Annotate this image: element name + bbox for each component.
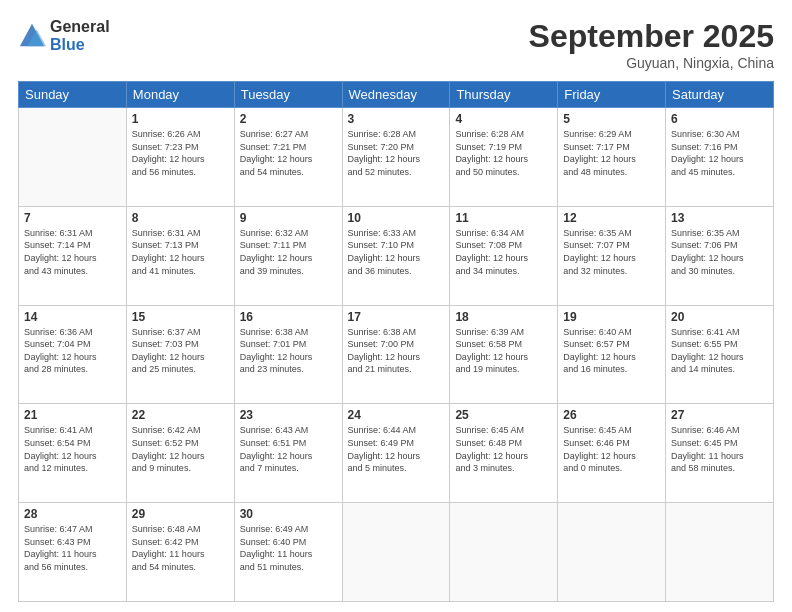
day-number: 18 <box>455 310 552 324</box>
day-info: Sunrise: 6:35 AM Sunset: 7:07 PM Dayligh… <box>563 227 660 277</box>
calendar-week-row: 14Sunrise: 6:36 AM Sunset: 7:04 PM Dayli… <box>19 305 774 404</box>
calendar-cell: 1Sunrise: 6:26 AM Sunset: 7:23 PM Daylig… <box>126 108 234 207</box>
calendar-cell: 23Sunrise: 6:43 AM Sunset: 6:51 PM Dayli… <box>234 404 342 503</box>
day-number: 26 <box>563 408 660 422</box>
calendar-cell: 6Sunrise: 6:30 AM Sunset: 7:16 PM Daylig… <box>666 108 774 207</box>
calendar-cell: 2Sunrise: 6:27 AM Sunset: 7:21 PM Daylig… <box>234 108 342 207</box>
day-number: 17 <box>348 310 445 324</box>
day-number: 12 <box>563 211 660 225</box>
calendar-cell: 21Sunrise: 6:41 AM Sunset: 6:54 PM Dayli… <box>19 404 127 503</box>
calendar-cell: 24Sunrise: 6:44 AM Sunset: 6:49 PM Dayli… <box>342 404 450 503</box>
day-info: Sunrise: 6:39 AM Sunset: 6:58 PM Dayligh… <box>455 326 552 376</box>
day-info: Sunrise: 6:34 AM Sunset: 7:08 PM Dayligh… <box>455 227 552 277</box>
day-number: 3 <box>348 112 445 126</box>
calendar-week-row: 7Sunrise: 6:31 AM Sunset: 7:14 PM Daylig… <box>19 206 774 305</box>
calendar-cell: 22Sunrise: 6:42 AM Sunset: 6:52 PM Dayli… <box>126 404 234 503</box>
day-number: 16 <box>240 310 337 324</box>
day-info: Sunrise: 6:30 AM Sunset: 7:16 PM Dayligh… <box>671 128 768 178</box>
title-block: September 2025 Guyuan, Ningxia, China <box>529 18 774 71</box>
day-info: Sunrise: 6:31 AM Sunset: 7:14 PM Dayligh… <box>24 227 121 277</box>
calendar-cell: 19Sunrise: 6:40 AM Sunset: 6:57 PM Dayli… <box>558 305 666 404</box>
logo-text: General Blue <box>50 18 110 54</box>
day-info: Sunrise: 6:28 AM Sunset: 7:19 PM Dayligh… <box>455 128 552 178</box>
weekday-header-row: SundayMondayTuesdayWednesdayThursdayFrid… <box>19 82 774 108</box>
calendar-cell: 4Sunrise: 6:28 AM Sunset: 7:19 PM Daylig… <box>450 108 558 207</box>
calendar-cell: 30Sunrise: 6:49 AM Sunset: 6:40 PM Dayli… <box>234 503 342 602</box>
day-number: 24 <box>348 408 445 422</box>
day-number: 27 <box>671 408 768 422</box>
day-info: Sunrise: 6:41 AM Sunset: 6:54 PM Dayligh… <box>24 424 121 474</box>
calendar-cell: 7Sunrise: 6:31 AM Sunset: 7:14 PM Daylig… <box>19 206 127 305</box>
day-info: Sunrise: 6:32 AM Sunset: 7:11 PM Dayligh… <box>240 227 337 277</box>
day-info: Sunrise: 6:43 AM Sunset: 6:51 PM Dayligh… <box>240 424 337 474</box>
day-info: Sunrise: 6:45 AM Sunset: 6:48 PM Dayligh… <box>455 424 552 474</box>
calendar-cell: 26Sunrise: 6:45 AM Sunset: 6:46 PM Dayli… <box>558 404 666 503</box>
calendar-week-row: 21Sunrise: 6:41 AM Sunset: 6:54 PM Dayli… <box>19 404 774 503</box>
calendar-cell: 12Sunrise: 6:35 AM Sunset: 7:07 PM Dayli… <box>558 206 666 305</box>
day-number: 25 <box>455 408 552 422</box>
weekday-header: Thursday <box>450 82 558 108</box>
day-info: Sunrise: 6:47 AM Sunset: 6:43 PM Dayligh… <box>24 523 121 573</box>
calendar-cell: 10Sunrise: 6:33 AM Sunset: 7:10 PM Dayli… <box>342 206 450 305</box>
day-info: Sunrise: 6:35 AM Sunset: 7:06 PM Dayligh… <box>671 227 768 277</box>
weekday-header: Friday <box>558 82 666 108</box>
calendar-cell: 3Sunrise: 6:28 AM Sunset: 7:20 PM Daylig… <box>342 108 450 207</box>
day-info: Sunrise: 6:38 AM Sunset: 7:00 PM Dayligh… <box>348 326 445 376</box>
calendar-cell: 20Sunrise: 6:41 AM Sunset: 6:55 PM Dayli… <box>666 305 774 404</box>
day-info: Sunrise: 6:42 AM Sunset: 6:52 PM Dayligh… <box>132 424 229 474</box>
weekday-header: Wednesday <box>342 82 450 108</box>
day-info: Sunrise: 6:41 AM Sunset: 6:55 PM Dayligh… <box>671 326 768 376</box>
calendar-cell <box>666 503 774 602</box>
logo-icon <box>18 22 46 50</box>
calendar-cell: 25Sunrise: 6:45 AM Sunset: 6:48 PM Dayli… <box>450 404 558 503</box>
day-info: Sunrise: 6:36 AM Sunset: 7:04 PM Dayligh… <box>24 326 121 376</box>
weekday-header: Sunday <box>19 82 127 108</box>
day-info: Sunrise: 6:38 AM Sunset: 7:01 PM Dayligh… <box>240 326 337 376</box>
day-number: 10 <box>348 211 445 225</box>
day-info: Sunrise: 6:27 AM Sunset: 7:21 PM Dayligh… <box>240 128 337 178</box>
calendar-cell: 13Sunrise: 6:35 AM Sunset: 7:06 PM Dayli… <box>666 206 774 305</box>
calendar-cell: 9Sunrise: 6:32 AM Sunset: 7:11 PM Daylig… <box>234 206 342 305</box>
month-title: September 2025 <box>529 18 774 55</box>
calendar-cell: 17Sunrise: 6:38 AM Sunset: 7:00 PM Dayli… <box>342 305 450 404</box>
logo: General Blue <box>18 18 110 54</box>
header: General Blue September 2025 Guyuan, Ning… <box>18 18 774 71</box>
calendar-cell <box>19 108 127 207</box>
calendar-cell: 18Sunrise: 6:39 AM Sunset: 6:58 PM Dayli… <box>450 305 558 404</box>
day-number: 13 <box>671 211 768 225</box>
day-number: 9 <box>240 211 337 225</box>
day-number: 5 <box>563 112 660 126</box>
day-info: Sunrise: 6:29 AM Sunset: 7:17 PM Dayligh… <box>563 128 660 178</box>
calendar-cell: 15Sunrise: 6:37 AM Sunset: 7:03 PM Dayli… <box>126 305 234 404</box>
page: General Blue September 2025 Guyuan, Ning… <box>0 0 792 612</box>
calendar-cell: 8Sunrise: 6:31 AM Sunset: 7:13 PM Daylig… <box>126 206 234 305</box>
day-number: 7 <box>24 211 121 225</box>
calendar-cell: 27Sunrise: 6:46 AM Sunset: 6:45 PM Dayli… <box>666 404 774 503</box>
day-number: 28 <box>24 507 121 521</box>
day-number: 14 <box>24 310 121 324</box>
day-number: 23 <box>240 408 337 422</box>
calendar-cell: 11Sunrise: 6:34 AM Sunset: 7:08 PM Dayli… <box>450 206 558 305</box>
calendar-table: SundayMondayTuesdayWednesdayThursdayFrid… <box>18 81 774 602</box>
calendar-week-row: 1Sunrise: 6:26 AM Sunset: 7:23 PM Daylig… <box>19 108 774 207</box>
day-number: 15 <box>132 310 229 324</box>
weekday-header: Tuesday <box>234 82 342 108</box>
day-number: 2 <box>240 112 337 126</box>
day-number: 6 <box>671 112 768 126</box>
calendar-cell <box>342 503 450 602</box>
calendar-cell <box>558 503 666 602</box>
day-number: 21 <box>24 408 121 422</box>
day-number: 19 <box>563 310 660 324</box>
calendar-cell: 14Sunrise: 6:36 AM Sunset: 7:04 PM Dayli… <box>19 305 127 404</box>
day-info: Sunrise: 6:33 AM Sunset: 7:10 PM Dayligh… <box>348 227 445 277</box>
weekday-header: Monday <box>126 82 234 108</box>
day-number: 8 <box>132 211 229 225</box>
day-info: Sunrise: 6:44 AM Sunset: 6:49 PM Dayligh… <box>348 424 445 474</box>
day-info: Sunrise: 6:46 AM Sunset: 6:45 PM Dayligh… <box>671 424 768 474</box>
calendar-cell: 16Sunrise: 6:38 AM Sunset: 7:01 PM Dayli… <box>234 305 342 404</box>
day-info: Sunrise: 6:49 AM Sunset: 6:40 PM Dayligh… <box>240 523 337 573</box>
calendar-cell: 28Sunrise: 6:47 AM Sunset: 6:43 PM Dayli… <box>19 503 127 602</box>
day-number: 20 <box>671 310 768 324</box>
weekday-header: Saturday <box>666 82 774 108</box>
calendar-cell <box>450 503 558 602</box>
